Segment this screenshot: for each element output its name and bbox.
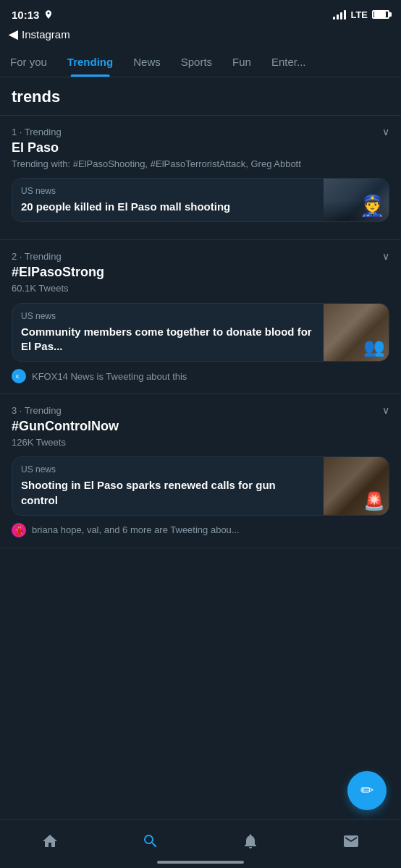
tab-for-you[interactable]: For you	[0, 46, 57, 77]
trend-3-card-headline: Shooting in El Paso sparks renewed calls…	[21, 478, 315, 508]
section-header: trends	[0, 77, 401, 116]
trend-1-card-image	[324, 179, 389, 221]
trend-1-sub: Trending with: #ElPasoShooting, #ElPasoT…	[12, 158, 389, 171]
trend-3-card-text: US news Shooting in El Paso sparks renew…	[12, 457, 324, 515]
search-icon	[142, 833, 159, 850]
trend-3-card-category: US news	[21, 464, 315, 475]
trend-1-meta: 1 · Trending ∨	[12, 126, 389, 137]
trend-3-avatar: 💃	[12, 523, 26, 537]
trend-3-chevron: ∨	[382, 404, 389, 416]
trend-2-sub: 60.1K Tweets	[12, 282, 389, 295]
nav-messages[interactable]	[328, 827, 374, 856]
trend-2-tweeting-text: KFOX14 News is Tweeting about this	[32, 371, 187, 382]
location-icon	[43, 9, 54, 20]
svg-text:K: K	[16, 374, 20, 379]
nav-notifications[interactable]	[227, 827, 274, 856]
trend-2-card-headline: Community members come together to donat…	[21, 325, 315, 354]
back-label: Instagram	[22, 28, 70, 41]
trend-2-meta: 2 · Trending ∨	[12, 250, 389, 262]
home-icon	[41, 833, 59, 850]
trend-2-chevron: ∨	[382, 250, 389, 262]
status-indicators: LTE	[333, 9, 389, 20]
status-time-section: 10:13	[12, 9, 54, 21]
trend-3-card[interactable]: US news Shooting in El Paso sparks renew…	[12, 456, 389, 516]
battery-icon	[372, 10, 389, 19]
trend-3-tweeting: 💃 briana hope, val, and 6 more are Tweet…	[12, 523, 389, 537]
nav-search[interactable]	[127, 827, 174, 856]
trend-2-number: 2 · Trending	[12, 251, 62, 262]
trend-3-name: #GunControlNow	[12, 419, 389, 434]
signal-icon	[333, 9, 346, 20]
back-navigation[interactable]: ◀ Instagram	[0, 26, 401, 46]
trend-3-number: 3 · Trending	[12, 405, 62, 416]
trend-2-card-text: US news Community members come together …	[12, 304, 324, 362]
trend-2-card-image	[324, 304, 389, 362]
back-arrow-icon: ◀	[9, 27, 17, 41]
tab-trending[interactable]: Trending	[57, 46, 123, 77]
tab-entertainment[interactable]: Enter...	[261, 46, 316, 77]
trend-1-number: 1 · Trending	[12, 127, 62, 137]
main-content: trends 1 · Trending ∨ El Paso Trending w…	[0, 77, 401, 606]
trend-1-chevron: ∨	[382, 126, 389, 137]
tab-bar: For you Trending News Sports Fun Enter..…	[0, 46, 401, 77]
tab-fun[interactable]: Fun	[222, 46, 261, 77]
trend-3-card-image	[324, 457, 389, 515]
trend-item-1[interactable]: 1 · Trending ∨ El Paso Trending with: #E…	[0, 116, 401, 240]
messages-icon	[342, 833, 360, 850]
trend-3-meta: 3 · Trending ∨	[12, 404, 389, 416]
time-display: 10:13	[12, 9, 39, 21]
compose-button[interactable]: ✏	[347, 771, 387, 810]
home-bar	[157, 861, 244, 864]
trend-item-2[interactable]: 2 · Trending ∨ #ElPasoStrong 60.1K Tweet…	[0, 240, 401, 394]
notifications-icon	[242, 833, 259, 850]
trend-3-tweeting-text: briana hope, val, and 6 more are Tweetin…	[32, 524, 240, 535]
trend-1-card-headline: 20 people killed in El Paso mall shootin…	[21, 200, 315, 214]
trend-2-card-category: US news	[21, 311, 315, 321]
trend-1-card[interactable]: US news 20 people killed in El Paso mall…	[12, 178, 389, 222]
status-bar: 10:13 LTE	[0, 0, 401, 26]
trend-2-card[interactable]: US news Community members come together …	[12, 303, 389, 362]
trend-2-tweeting: K KFOX14 News is Tweeting about this	[12, 369, 389, 383]
trend-3-sub: 126K Tweets	[12, 436, 389, 449]
trend-2-name: #ElPasoStrong	[12, 265, 389, 280]
tab-news[interactable]: News	[123, 46, 171, 77]
tab-sports[interactable]: Sports	[171, 46, 222, 77]
trend-1-card-category: US news	[21, 186, 315, 196]
trend-item-3[interactable]: 3 · Trending ∨ #GunControlNow 126K Tweet…	[0, 394, 401, 548]
nav-home[interactable]	[27, 827, 73, 856]
trend-1-card-text: US news 20 people killed in El Paso mall…	[12, 179, 324, 221]
trend-1-name: El Paso	[12, 140, 389, 156]
trend-2-avatar: K	[12, 369, 26, 383]
compose-icon: ✏	[360, 783, 373, 799]
section-title: trends	[12, 88, 60, 106]
lte-label: LTE	[350, 9, 368, 20]
